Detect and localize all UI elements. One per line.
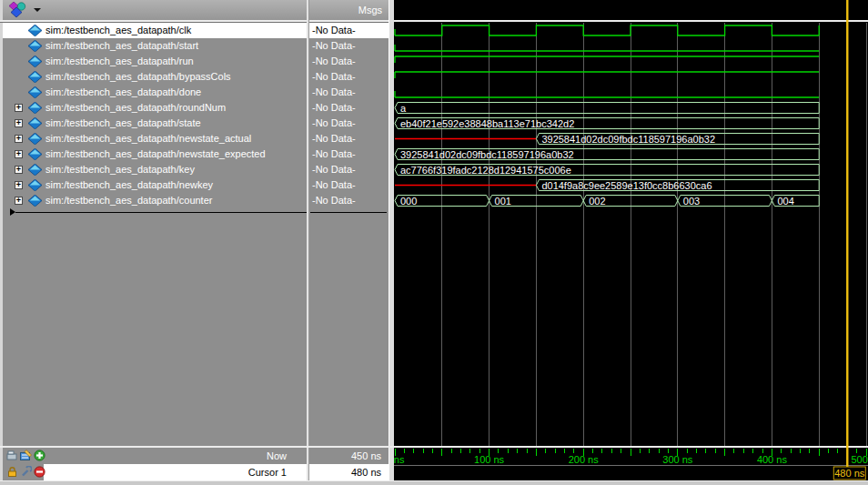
signal-names-panel[interactable]: sim:/testbench_aes_datapath/clksim:/test… <box>3 23 307 446</box>
bit-trace <box>395 25 819 35</box>
dropdown-arrow-icon[interactable] <box>34 8 41 12</box>
msgs-cell[interactable]: -No Data- <box>309 177 389 193</box>
msgs-cell[interactable]: -No Data- <box>309 100 389 116</box>
msgs-header-label: Msgs <box>309 0 389 20</box>
signal-row[interactable]: +sim:/testbench_aes_datapath/newstate_ac… <box>3 131 307 147</box>
ruler-separator <box>394 446 868 448</box>
insertion-pointer-line <box>310 212 387 213</box>
msgs-cell[interactable]: -No Data- <box>309 23 389 38</box>
bus-value: eb40f21e592e38848ba113e71bc342d2 <box>400 118 574 129</box>
bus-value: d014f9a8c9ee2589e13f0cc8b6630ca6 <box>541 180 712 191</box>
signal-row[interactable]: sim:/testbench_aes_datapath/bypassCols <box>3 69 307 85</box>
signal-label: sim:/testbench_aes_datapath/counter <box>45 193 212 208</box>
window-bottom-border <box>0 480 868 485</box>
ruler-label: 200 ns <box>569 454 600 465</box>
signal-row[interactable]: sim:/testbench_aes_datapath/done <box>3 85 307 100</box>
bus-value: 3925841d02dc09fbdc118597196a0b32 <box>541 134 715 145</box>
signal-label: sim:/testbench_aes_datapath/state <box>45 116 201 131</box>
bus-segment <box>395 103 819 114</box>
signal-label: sim:/testbench_aes_datapath/key <box>45 162 195 177</box>
cursor-label: Cursor 1 <box>248 464 287 480</box>
edit-cursors-icon[interactable] <box>20 450 32 461</box>
select-mode-icon[interactable] <box>6 450 18 461</box>
signal-label: sim:/testbench_aes_datapath/newstate_act… <box>45 131 251 147</box>
signal-diamond-icon <box>28 25 42 36</box>
insert-cursor-icon[interactable] <box>34 450 45 461</box>
signal-label: sim:/testbench_aes_datapath/newstate_exp… <box>45 147 266 162</box>
insertion-pointer-icon <box>10 208 15 216</box>
signal-row[interactable]: sim:/testbench_aes_datapath/start <box>3 38 307 54</box>
signal-diamond-icon <box>28 102 42 114</box>
expand-icon[interactable]: + <box>15 104 23 112</box>
delete-cursor-icon[interactable] <box>34 466 45 478</box>
signal-diamond-icon <box>28 164 42 176</box>
ruler-label: 500 ns <box>851 454 868 465</box>
signal-row[interactable]: +sim:/testbench_aes_datapath/newstate_ex… <box>3 147 307 162</box>
ruler-bottom-line <box>394 465 868 466</box>
signal-diamond-icon <box>28 86 42 98</box>
expand-icon[interactable]: + <box>15 119 23 127</box>
now-row: Now <box>3 448 307 464</box>
msgs-cell[interactable]: -No Data- <box>309 131 389 147</box>
bus-value: 003 <box>683 196 700 207</box>
signal-label: sim:/testbench_aes_datapath/clk <box>45 23 191 38</box>
expand-icon[interactable]: + <box>15 197 23 205</box>
ruler-label: 400 ns <box>757 454 788 465</box>
now-label: Now <box>267 448 287 464</box>
panel-splitter[interactable] <box>307 0 309 485</box>
signal-label: sim:/testbench_aes_datapath/roundNum <box>45 100 226 116</box>
ruler-label: 0 ns <box>394 454 405 465</box>
now-toolbar <box>6 450 45 461</box>
wave-canvas[interactable]: aeb40f21e592e38848ba113e71bc342d23925841… <box>394 0 868 480</box>
expand-icon[interactable]: + <box>15 181 23 189</box>
signal-label: sim:/testbench_aes_datapath/done <box>45 85 201 100</box>
signal-row[interactable]: +sim:/testbench_aes_datapath/state <box>3 116 307 131</box>
lock-cursor-icon[interactable] <box>6 466 18 478</box>
cursor-properties-icon[interactable] <box>20 466 32 478</box>
msgs-cell[interactable]: -No Data- <box>309 193 389 208</box>
wave-group-icon[interactable] <box>8 2 28 19</box>
signal-diamond-icon <box>28 148 42 160</box>
signal-diamond-icon <box>28 40 42 52</box>
ruler-label: 300 ns <box>662 454 693 465</box>
bus-value: ac7766f319fadc2128d12941575c006e <box>400 165 571 176</box>
signal-diamond-icon <box>28 117 42 129</box>
msgs-cell[interactable]: -No Data- <box>309 38 389 54</box>
wave-window: Msgs sim:/testbench_aes_datapath/clksim:… <box>0 0 868 485</box>
signal-diamond-icon <box>28 179 42 191</box>
ruler-label: 100 ns <box>474 454 505 465</box>
signal-row[interactable]: +sim:/testbench_aes_datapath/newkey <box>3 177 307 193</box>
signal-diamond-icon <box>28 133 42 145</box>
waveforms: aeb40f21e592e38848ba113e71bc342d23925841… <box>394 0 868 480</box>
wave-header-separator <box>394 20 868 22</box>
msgs-cell[interactable]: -No Data- <box>309 162 389 177</box>
names-header <box>3 0 307 20</box>
signal-diamond-icon <box>28 56 42 67</box>
bus-value: 002 <box>589 196 605 207</box>
expand-icon[interactable]: + <box>15 166 23 174</box>
msgs-cell[interactable]: -No Data- <box>309 147 389 162</box>
signal-label: sim:/testbench_aes_datapath/newkey <box>45 177 213 193</box>
signal-row[interactable]: sim:/testbench_aes_datapath/clk <box>3 23 307 38</box>
signal-diamond-icon <box>28 71 42 83</box>
msgs-cell[interactable]: -No Data- <box>309 69 389 85</box>
expand-icon[interactable]: + <box>15 150 23 158</box>
bus-value: 004 <box>777 196 793 207</box>
signal-row[interactable]: +sim:/testbench_aes_datapath/counter <box>3 193 307 208</box>
msgs-cell[interactable]: -No Data- <box>309 116 389 131</box>
msgs-panel: -No Data--No Data--No Data--No Data--No … <box>309 23 389 446</box>
signal-label: sim:/testbench_aes_datapath/start <box>45 38 198 54</box>
signal-row[interactable]: +sim:/testbench_aes_datapath/key <box>3 162 307 177</box>
bus-value: a <box>400 103 407 114</box>
cursor-time-text: 480 ns <box>834 468 865 479</box>
expand-icon[interactable]: + <box>15 135 23 143</box>
msgs-cell[interactable]: -No Data- <box>309 54 389 69</box>
msgs-cell[interactable]: -No Data- <box>309 85 389 100</box>
bus-value: 3925841d02dc09fbdc118597196a0b32 <box>400 149 574 160</box>
cursor-toolbar <box>6 466 45 478</box>
signal-label: sim:/testbench_aes_datapath/bypassCols <box>45 69 231 85</box>
cursor-row[interactable]: Cursor 1 <box>3 464 307 480</box>
signal-row[interactable]: sim:/testbench_aes_datapath/run <box>3 54 307 69</box>
signal-row[interactable]: +sim:/testbench_aes_datapath/roundNum <box>3 100 307 116</box>
now-value: 450 ns <box>309 448 389 464</box>
